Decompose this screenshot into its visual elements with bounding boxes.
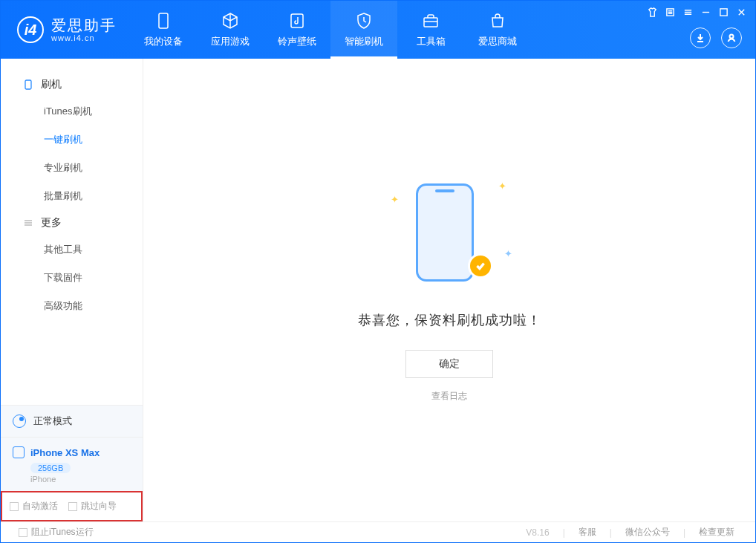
svg-point-5	[730, 35, 734, 39]
app-name: 爱思助手	[51, 17, 117, 33]
svg-rect-1	[291, 14, 303, 27]
checkbox-skip-guide[interactable]: 跳过向导	[68, 500, 117, 513]
window-controls	[647, 7, 746, 17]
nav-tools[interactable]: 工具箱	[397, 1, 464, 59]
sidebar-item-pro[interactable]: 专业刷机	[1, 154, 143, 182]
svg-rect-0	[159, 13, 168, 28]
nav-label: 铃声壁纸	[278, 35, 316, 48]
flash-options-highlighted: 自动激活 跳过向导	[1, 491, 143, 521]
app-url: www.i4.cn	[51, 33, 117, 42]
ok-button[interactable]: 确定	[405, 350, 493, 378]
device-name: iPhone XS Max	[30, 447, 100, 458]
nav-flash[interactable]: 智能刷机	[330, 1, 397, 59]
logo-icon: i4	[17, 16, 44, 43]
logo: i4 爱思助手 www.i4.cn	[1, 1, 130, 59]
list-icon[interactable]	[665, 7, 675, 17]
maximize-icon[interactable]	[718, 7, 729, 17]
device-capacity: 256GB	[30, 463, 71, 473]
sidebar-section-flash: 刷机	[1, 72, 143, 97]
menu-small-icon	[23, 218, 33, 228]
nav-label: 我的设备	[144, 35, 183, 48]
svg-rect-4	[720, 8, 726, 15]
app-header: i4 爱思助手 www.i4.cn 我的设备 应用游戏 铃声壁纸 智能刷机 工具…	[1, 1, 755, 59]
device-info[interactable]: iPhone XS Max 256GB iPhone	[1, 438, 143, 491]
minimize-icon[interactable]	[700, 7, 711, 17]
shield-icon	[354, 11, 374, 30]
sidebar-section-more: 更多	[1, 210, 143, 235]
checkbox-block-itunes[interactable]: 阻止iTunes运行	[19, 526, 94, 539]
checkmark-badge-icon	[468, 253, 493, 279]
svg-rect-6	[25, 80, 31, 89]
view-log-link[interactable]: 查看日志	[431, 390, 467, 403]
nav-label: 工具箱	[417, 35, 446, 48]
success-message: 恭喜您，保资料刷机成功啦！	[358, 311, 541, 329]
nav-device[interactable]: 我的设备	[130, 1, 197, 59]
download-button[interactable]	[690, 27, 711, 48]
nav-label: 智能刷机	[345, 35, 383, 48]
nav-ring[interactable]: 铃声壁纸	[264, 1, 330, 59]
sidebar-item-oneclick[interactable]: 一键刷机	[1, 126, 143, 154]
nav-apps[interactable]: 应用游戏	[197, 1, 264, 59]
sidebar-item-itunes[interactable]: iTunes刷机	[1, 97, 143, 126]
checkbox-auto-activate[interactable]: 自动激活	[10, 500, 58, 513]
menu-icon[interactable]	[682, 7, 693, 17]
footer-link-service[interactable]: 客服	[571, 526, 604, 539]
close-icon[interactable]	[736, 7, 746, 17]
status-bar: 阻止iTunes运行 V8.16 | 客服 | 微信公众号 | 检查更新	[1, 521, 755, 542]
nav-label: 爱思商城	[478, 35, 517, 48]
nav-store[interactable]: 爱思商城	[464, 1, 531, 59]
section-label: 刷机	[41, 78, 62, 91]
footer-link-update[interactable]: 检查更新	[691, 526, 742, 539]
sidebar-item-other[interactable]: 其他工具	[1, 235, 143, 264]
user-button[interactable]	[721, 27, 742, 48]
footer-link-wechat[interactable]: 微信公众号	[618, 526, 677, 539]
device-icon	[13, 446, 25, 458]
nav-label: 应用游戏	[211, 35, 250, 48]
mode-indicator[interactable]: 正常模式	[1, 406, 143, 438]
main-content: ✦✦✦ 恭喜您，保资料刷机成功啦！ 确定 查看日志	[143, 59, 755, 521]
bag-icon	[488, 11, 507, 30]
device-type: iPhone	[30, 475, 131, 484]
shirt-icon[interactable]	[647, 7, 657, 17]
phone-small-icon	[23, 79, 33, 90]
music-icon	[287, 11, 307, 30]
mode-icon	[13, 414, 26, 428]
cube-icon	[221, 11, 240, 30]
sidebar-item-advanced[interactable]: 高级功能	[1, 292, 143, 320]
version-label: V8.16	[526, 527, 556, 538]
main-nav: 我的设备 应用游戏 铃声壁纸 智能刷机 工具箱 爱思商城	[130, 1, 531, 59]
mode-label: 正常模式	[33, 414, 72, 428]
sidebar: 刷机 iTunes刷机 一键刷机 专业刷机 批量刷机 更多 其他工具 下载固件 …	[1, 59, 143, 521]
success-illustration: ✦✦✦	[408, 178, 490, 289]
phone-icon	[154, 11, 173, 30]
toolbox-icon	[421, 11, 440, 30]
sidebar-item-batch[interactable]: 批量刷机	[1, 182, 143, 210]
section-label: 更多	[41, 216, 62, 230]
sidebar-item-firmware[interactable]: 下载固件	[1, 264, 143, 292]
svg-rect-2	[424, 18, 437, 27]
